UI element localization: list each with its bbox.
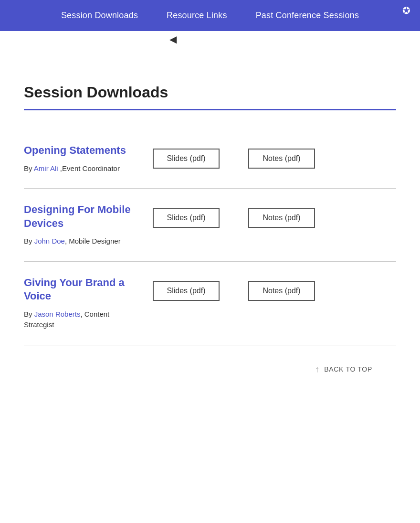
- header-icon: ✪: [402, 5, 410, 16]
- session-info: Designing For Mobile Devices By John Doe…: [24, 203, 134, 247]
- author-link[interactable]: John Doe: [34, 237, 65, 245]
- session-buttons: Slides (pdf) Notes (pdf): [153, 276, 315, 301]
- slides-pdf-button[interactable]: Slides (pdf): [153, 281, 220, 301]
- slides-pdf-button[interactable]: Slides (pdf): [153, 149, 220, 169]
- back-to-top-arrow-icon: ↑: [315, 364, 319, 374]
- author-link[interactable]: Amir Ali: [34, 164, 58, 172]
- session-title: Designing For Mobile Devices: [24, 203, 134, 230]
- session-item: Opening Statements By Amir Ali ,Event Co…: [24, 129, 396, 189]
- slides-pdf-button[interactable]: Slides (pdf): [153, 208, 220, 228]
- title-divider: [24, 109, 396, 110]
- session-title: Opening Statements: [24, 144, 134, 158]
- back-to-top: ↑ BACK TO TOP: [24, 345, 396, 384]
- session-title: Giving Your Brand a Voice: [24, 276, 134, 303]
- nav-session-downloads[interactable]: Session Downloads: [61, 11, 138, 21]
- page-title: Session Downloads: [24, 84, 396, 101]
- session-info: Opening Statements By Amir Ali ,Event Co…: [24, 144, 134, 174]
- back-to-top-link[interactable]: BACK TO TOP: [324, 365, 372, 373]
- session-buttons: Slides (pdf) Notes (pdf): [153, 203, 315, 228]
- session-item: Giving Your Brand a Voice By Jason Rober…: [24, 262, 396, 345]
- notes-pdf-button[interactable]: Notes (pdf): [248, 149, 315, 169]
- site-header: Session Downloads Resource Links Past Co…: [0, 0, 420, 31]
- cursor-pointer: ◀: [169, 33, 177, 45]
- main-nav: Session Downloads Resource Links Past Co…: [61, 11, 359, 21]
- session-author: By John Doe, Mobile Designer: [24, 236, 134, 247]
- session-info: Giving Your Brand a Voice By Jason Rober…: [24, 276, 134, 331]
- cursor-area: ◀: [0, 31, 420, 55]
- session-author: By Amir Ali ,Event Coordinator: [24, 163, 134, 174]
- session-item: Designing For Mobile Devices By John Doe…: [24, 189, 396, 262]
- author-link[interactable]: Jason Roberts: [34, 310, 81, 318]
- notes-pdf-button[interactable]: Notes (pdf): [248, 208, 315, 228]
- nav-resource-links[interactable]: Resource Links: [167, 11, 227, 21]
- main-content: Session Downloads Opening Statements By …: [0, 55, 420, 413]
- session-buttons: Slides (pdf) Notes (pdf): [153, 144, 315, 169]
- notes-pdf-button[interactable]: Notes (pdf): [248, 281, 315, 301]
- nav-past-conference[interactable]: Past Conference Sessions: [256, 11, 359, 21]
- session-author: By Jason Roberts, Content Strategist: [24, 309, 134, 331]
